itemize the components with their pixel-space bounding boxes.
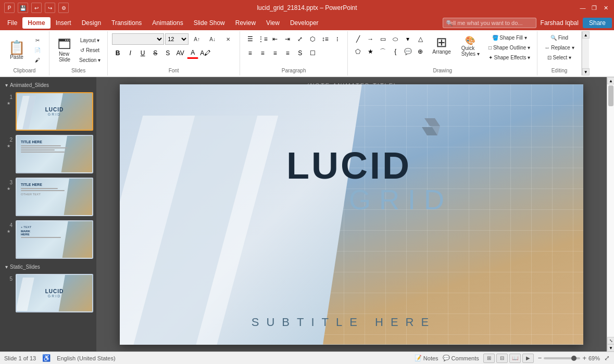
slide-item-5[interactable]: 5 LUCID GRID (2, 273, 94, 313)
columns-button[interactable]: ⫶ (332, 33, 343, 45)
menu-home[interactable]: Home (22, 17, 50, 29)
zoom-slider-thumb[interactable] (571, 356, 577, 361)
save-icon[interactable]: 💾 (18, 3, 28, 13)
layout-button[interactable]: Layout ▾ (77, 36, 103, 45)
line-spacing-button[interactable]: ↕≡ (319, 33, 331, 45)
main-slide[interactable]: LUCID GRID SUBTITLE HERE (120, 84, 583, 345)
shape-fill-button[interactable]: 🪣 Shape Fill ▾ (486, 33, 533, 42)
section-button[interactable]: Section ▾ (77, 56, 103, 65)
reading-view-button[interactable]: 📖 (509, 354, 521, 363)
menu-slideshow[interactable]: Slide Show (189, 17, 230, 29)
slide-panel[interactable]: ▾ Animated_Slides 1 ★ LUCID GRID (0, 77, 96, 352)
char-spacing-button[interactable]: AV (174, 47, 186, 59)
menu-design[interactable]: Design (77, 17, 106, 29)
find-button[interactable]: 🔍 Find (542, 33, 577, 42)
zoom-slider[interactable] (544, 357, 580, 359)
clear-format-button[interactable]: ✕ (221, 35, 235, 44)
font-family-select[interactable] (112, 33, 164, 45)
search-input[interactable] (443, 18, 536, 28)
underline-button[interactable]: U (137, 47, 148, 59)
menu-animations[interactable]: Animations (147, 17, 188, 29)
cut-button[interactable]: ✂ (30, 36, 45, 45)
slide-4-thumbnail[interactable]: + TEXT MARKHERE (16, 220, 93, 259)
slide-sorter-button[interactable]: ⊟ (496, 354, 508, 363)
slideshow-button[interactable]: ▶ (522, 354, 534, 363)
highlight-button[interactable]: A🖍 (199, 47, 211, 59)
menu-insert[interactable]: Insert (51, 17, 77, 29)
shape-ellipse[interactable]: ⬭ (390, 33, 401, 45)
slide-item-1[interactable]: 1 ★ LUCID GRID (2, 91, 94, 132)
section-animated-slides[interactable]: ▾ Animated_Slides (2, 80, 94, 89)
comments-button[interactable]: 💬 Comments (443, 355, 479, 361)
slide-3-thumbnail[interactable]: TITLE HERE OTHER TEXT (16, 178, 93, 216)
menu-developer[interactable]: Developer (285, 17, 324, 29)
slide-item-2[interactable]: 2 ★ TITLE HERE (2, 134, 94, 174)
shape-line[interactable]: ╱ (352, 33, 364, 45)
new-slide-button[interactable]: 🗔 NewSlide (54, 35, 76, 65)
normal-view-button[interactable]: ⊞ (483, 354, 495, 363)
zoom-out-icon[interactable]: − (538, 354, 542, 362)
undo-icon[interactable]: ↩ (31, 3, 42, 13)
shape-brace[interactable]: { (390, 46, 401, 57)
font-color-button[interactable]: A (187, 47, 198, 59)
ribbon-scroll-down[interactable]: ▼ (582, 68, 590, 76)
user-button[interactable]: Farshad Iqbal (541, 19, 579, 27)
copy-button[interactable]: 📄 (30, 46, 45, 55)
notes-button[interactable]: 📝 Notes (415, 355, 438, 361)
text-shadow-button[interactable]: S (294, 47, 306, 59)
shape-pentagon[interactable]: ⬠ (352, 46, 364, 57)
convert-to-smartart-button[interactable]: ⬡ (307, 33, 318, 45)
numbering-button[interactable]: ⋮≡ (257, 33, 268, 45)
slide-1-thumbnail[interactable]: LUCID GRID (16, 92, 93, 131)
shapes-more[interactable]: ▾ (402, 33, 413, 45)
bold-button[interactable]: B (112, 47, 123, 59)
scroll-expand-button[interactable]: ⤡ (607, 337, 614, 344)
scroll-down-button[interactable]: ▼ (607, 344, 614, 352)
menu-review[interactable]: Review (230, 17, 261, 29)
restore-button[interactable]: ❐ (590, 4, 598, 12)
text-box-button[interactable]: ☐ (307, 47, 318, 59)
section-static-slides[interactable]: ▾ Static_Slides (2, 262, 94, 271)
reset-button[interactable]: ↺ Reset (77, 46, 103, 55)
scroll-thumb[interactable] (608, 85, 613, 106)
redo-icon[interactable]: ↪ (45, 3, 55, 13)
slide-item-3[interactable]: 3 ★ TITLE HERE OTHER TEXT (2, 177, 94, 217)
shape-triangle[interactable]: △ (415, 33, 426, 45)
format-painter-button[interactable]: 🖌 (30, 56, 45, 65)
zoom-in-icon[interactable]: + (582, 354, 586, 362)
shape-outline-button[interactable]: □ Shape Outline ▾ (486, 43, 533, 52)
italic-button[interactable]: I (124, 47, 136, 59)
replace-button[interactable]: ↔ Replace ▾ (542, 43, 577, 52)
customize-icon[interactable]: ⚙ (58, 3, 69, 13)
menu-view[interactable]: View (261, 17, 285, 29)
decrease-font-button[interactable]: A↓ (205, 35, 220, 44)
shape-arrow[interactable]: → (365, 33, 376, 45)
quick-styles-button[interactable]: 🎨 QuickStyles ▾ (457, 33, 484, 59)
strikethrough-button[interactable]: S (149, 47, 161, 59)
shadow-button[interactable]: S (162, 47, 173, 59)
align-left-button[interactable]: ≡ (244, 47, 256, 59)
scroll-up-button[interactable]: ▲ (607, 77, 614, 84)
justify-button[interactable]: ≡ (282, 47, 293, 59)
select-button[interactable]: ⊡ Select ▾ (542, 53, 577, 62)
shape-curve[interactable]: ⌒ (377, 46, 389, 57)
align-right-button[interactable]: ≡ (269, 47, 281, 59)
shape-rect[interactable]: ▭ (377, 33, 389, 45)
shape-effects-button[interactable]: ✦ Shape Effects ▾ (486, 53, 533, 62)
paste-button[interactable]: 📋 Paste (4, 39, 29, 62)
ribbon-scroll-up[interactable]: ▲ (582, 31, 590, 39)
font-size-select[interactable]: 12 (165, 33, 189, 45)
slide-item-4[interactable]: 4 ★ + TEXT MARKHERE (2, 219, 94, 260)
menu-transitions[interactable]: Transitions (106, 17, 147, 29)
shape-misc[interactable]: ⊕ (415, 46, 426, 57)
arrange-button[interactable]: ⊞ Arrange (428, 33, 455, 57)
menu-file[interactable]: File (2, 17, 22, 29)
align-center-button[interactable]: ≡ (257, 47, 268, 59)
fit-to-window-icon[interactable]: ⤢ (604, 354, 610, 362)
shape-callout[interactable]: 💬 (402, 46, 413, 57)
increase-indent-button[interactable]: ⇥ (282, 33, 293, 45)
decrease-indent-button[interactable]: ⇤ (269, 33, 281, 45)
increase-font-button[interactable]: A↑ (190, 35, 204, 44)
close-button[interactable]: ✕ (602, 4, 610, 12)
share-button[interactable]: Share (583, 18, 612, 28)
